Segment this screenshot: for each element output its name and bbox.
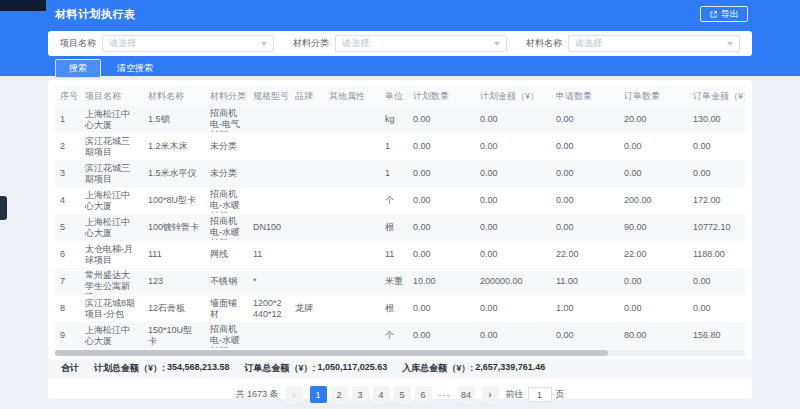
- table-cell: 0.00: [688, 276, 745, 287]
- page-button-4[interactable]: 4: [373, 386, 390, 403]
- table-cell: 0.00: [475, 330, 551, 341]
- table-cell: 0.00: [688, 141, 745, 152]
- page-button-2[interactable]: 2: [331, 386, 348, 403]
- page-ellipsis[interactable]: ···: [436, 386, 454, 403]
- summary-plan-amount: 计划总金额（¥）: 354,568,213.58: [94, 362, 230, 375]
- table-cell: 0.00: [551, 330, 619, 341]
- table-cell: 招商机电-水暖材料: [205, 324, 248, 348]
- table-cell: 滨江花城三期项目: [80, 163, 143, 185]
- clear-search-link[interactable]: 清空搜索: [117, 62, 153, 75]
- summary-order-amount-label: 订单总金额（¥）:: [245, 362, 316, 375]
- next-page-button[interactable]: ›: [482, 386, 499, 403]
- column-header: 品牌: [290, 90, 324, 103]
- table-cell: 2: [55, 141, 80, 152]
- table-cell: 80.00: [619, 330, 688, 341]
- table-cell: 招商机电-水暖材料: [205, 216, 248, 240]
- column-header: 其他属性: [324, 90, 380, 103]
- filter-material-placeholder: 请选择: [575, 37, 602, 50]
- table-cell: 123: [143, 276, 205, 287]
- filter-project-select[interactable]: 请选择: [102, 35, 274, 52]
- filter-category-placeholder: 请选择: [342, 37, 369, 50]
- summary-inbound-amount-label: 入库总金额（¥）:: [402, 362, 473, 375]
- table-cell: 0.00: [688, 168, 745, 179]
- table-cell: 22.00: [551, 249, 619, 260]
- page-button-6[interactable]: 6: [415, 386, 432, 403]
- table-cell: 墙面铺材: [205, 298, 248, 320]
- table-cell: 90.00: [619, 222, 688, 233]
- filter-material-select[interactable]: 请选择: [568, 35, 740, 52]
- table-cell: 0.00: [408, 303, 475, 314]
- table-row[interactable]: 7常州盛达大学生公寓新建123不锈钢*米重10.00200000.0011.00…: [55, 268, 745, 295]
- filter-category: 材料分类 请选择: [293, 35, 507, 52]
- table-cell: 0.00: [475, 303, 551, 314]
- table-row[interactable]: 1上海松江中心大厦1.5锁招商机电-电气材料kg0.000.000.0020.0…: [55, 106, 745, 133]
- prev-page-button[interactable]: ‹: [286, 386, 303, 403]
- table-cell: 1.2米木床: [143, 141, 205, 152]
- table-cell: 0.00: [475, 249, 551, 260]
- table-cell: 0.00: [408, 195, 475, 206]
- pagination-goto: 前往 页: [506, 387, 565, 402]
- table-row[interactable]: 3滨江花城三期项目1.5米水平仪未分类10.000.000.000.000.00: [55, 160, 745, 187]
- table-cell: 1188.00: [688, 249, 745, 260]
- sidebar-corner: [0, 0, 46, 11]
- table-cell: 22.00: [619, 249, 688, 260]
- horizontal-scrollbar-thumb[interactable]: [55, 350, 608, 356]
- table-row[interactable]: 5上海松江中心大厦100镀锌管卡招商机电-水暖材料DN100根0.000.000…: [55, 214, 745, 241]
- table-cell: 0.00: [619, 141, 688, 152]
- column-header: 订单金额（¥）: [688, 90, 745, 103]
- page-button-84[interactable]: 84: [458, 386, 475, 403]
- export-button[interactable]: 导出: [700, 6, 748, 22]
- table-cell: 太仓电梯-月球项目: [80, 244, 143, 266]
- filter-bar: 项目名称 请选择 材料分类 请选择 材料名称 请选择: [48, 31, 752, 56]
- export-icon: [709, 10, 718, 19]
- chevron-down-icon: [494, 42, 500, 46]
- page-button-5[interactable]: 5: [394, 386, 411, 403]
- page-button-1[interactable]: 1: [310, 386, 327, 403]
- goto-page-input[interactable]: [528, 387, 552, 402]
- table-cell: 10.00: [408, 276, 475, 287]
- table-cell: 156.80: [688, 330, 745, 341]
- page-button-3[interactable]: 3: [352, 386, 369, 403]
- horizontal-scrollbar[interactable]: [55, 350, 745, 356]
- table-cell: 12石膏板: [143, 303, 205, 314]
- filter-material-label: 材料名称: [526, 37, 562, 50]
- table-cell: 1: [55, 114, 80, 125]
- table-cell: 0.00: [475, 141, 551, 152]
- table-cell: 6: [55, 249, 80, 260]
- table-cell: 1200*2440*12: [248, 298, 290, 320]
- table-cell: 0.00: [619, 276, 688, 287]
- table-header-row: 序号项目名称材料名称材料分类规格型号品牌其他属性单位计划数量计划金额（¥）申请数…: [55, 86, 745, 106]
- pagination-pages: 123456···84: [310, 386, 475, 403]
- summary-inbound-amount: 入库总金额（¥）: 2,657,339,761.46: [402, 362, 545, 375]
- table-cell: 个: [380, 330, 408, 341]
- table-cell: 未分类: [205, 168, 248, 179]
- filter-category-select[interactable]: 请选择: [335, 35, 507, 52]
- table-row[interactable]: 6太仓电梯-月球项目111网线11110.000.0022.0022.00118…: [55, 241, 745, 268]
- table-cell: 100*8U型卡: [143, 195, 205, 206]
- table-cell: 0.00: [408, 222, 475, 233]
- table-cell: 滨江花城8期项目-分包: [80, 298, 143, 320]
- table-cell: *: [248, 276, 290, 287]
- filter-material: 材料名称 请选择: [526, 35, 740, 52]
- search-button[interactable]: 搜索: [55, 59, 101, 78]
- summary-order-amount-value: 1,050,117,025.63: [318, 362, 388, 375]
- table-cell: 0.00: [475, 114, 551, 125]
- summary-total-label: 合计: [61, 362, 79, 375]
- table-cell: 130.00: [688, 114, 745, 125]
- filter-actions: 搜索 清空搜索: [55, 59, 153, 78]
- table-row[interactable]: 2滨江花城三期项目1.2米木床未分类10.000.000.000.000.00: [55, 133, 745, 160]
- table-cell: 111: [143, 249, 205, 260]
- table-cell: 11: [248, 249, 290, 260]
- table-cell: 1.00: [551, 303, 619, 314]
- table-row[interactable]: 9上海松江中心大厦150*10U型卡招商机电-水暖材料个0.000.000.00…: [55, 322, 745, 349]
- table-cell: 100镀锌管卡: [143, 222, 205, 233]
- summary-order-amount: 订单总金额（¥）: 1,050,117,025.63: [245, 362, 388, 375]
- table-body: 1上海松江中心大厦1.5锁招商机电-电气材料kg0.000.000.0020.0…: [55, 106, 745, 349]
- table-card: 序号项目名称材料名称材料分类规格型号品牌其他属性单位计划数量计划金额（¥）申请数…: [48, 80, 752, 399]
- table-cell: 0.00: [688, 303, 745, 314]
- table-row[interactable]: 8滨江花城8期项目-分包12石膏板墙面铺材1200*2440*12龙牌根0.00…: [55, 295, 745, 322]
- table-row[interactable]: 4上海松江中心大厦100*8U型卡招商机电-水暖材料个0.000.000.002…: [55, 187, 745, 214]
- table-cell: 172.00: [688, 195, 745, 206]
- table-cell: 上海松江中心大厦: [80, 190, 143, 212]
- sidebar-toggle-handle[interactable]: [0, 196, 7, 220]
